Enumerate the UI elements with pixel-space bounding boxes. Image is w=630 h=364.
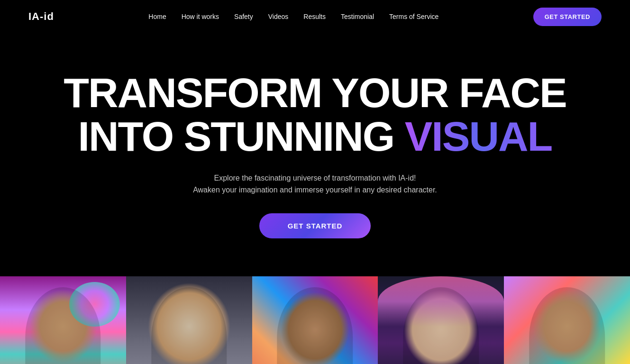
navbar: IA-id HomeHow it worksSafetyVideosResult… <box>0 0 630 33</box>
hero-title-highlight: VISUAL <box>405 113 552 160</box>
gallery-item-3 <box>252 276 378 364</box>
hero-subtitle: Explore the fascinating universe of tran… <box>193 172 437 196</box>
nav-link-testimonial[interactable]: Testimonial <box>341 13 374 20</box>
nav-link-terms-of-service[interactable]: Terms of Service <box>389 13 438 20</box>
gallery-item-5 <box>504 276 630 364</box>
gallery-item-2 <box>126 276 252 364</box>
gallery <box>0 276 630 364</box>
hero-title: TRANSFORM YOUR FACE INTO STUNNING VISUAL <box>64 71 566 159</box>
hero-cta-button[interactable]: GET STARTED <box>259 213 371 238</box>
nav-link-home[interactable]: Home <box>148 13 166 20</box>
nav-link-safety[interactable]: Safety <box>234 13 253 20</box>
hero-subtitle-line2: Awaken your imagination and immerse your… <box>193 186 437 194</box>
nav-link-how-it-works[interactable]: How it works <box>182 13 219 20</box>
hero-section: TRANSFORM YOUR FACE INTO STUNNING VISUAL… <box>0 33 630 257</box>
hero-subtitle-line1: Explore the fascinating universe of tran… <box>214 174 416 182</box>
logo[interactable]: IA-id <box>28 10 54 23</box>
gallery-item-4 <box>378 276 504 364</box>
hero-title-line1: TRANSFORM YOUR FACE <box>64 69 566 116</box>
nav-link-results[interactable]: Results <box>303 13 326 20</box>
nav-link-videos[interactable]: Videos <box>268 13 289 20</box>
hero-title-line2-normal: INTO STUNNING <box>78 113 394 160</box>
nav-links: HomeHow it worksSafetyVideosResultsTesti… <box>148 13 438 20</box>
gallery-item-1 <box>0 276 126 364</box>
nav-cta-button[interactable]: GET STARTED <box>533 8 602 26</box>
